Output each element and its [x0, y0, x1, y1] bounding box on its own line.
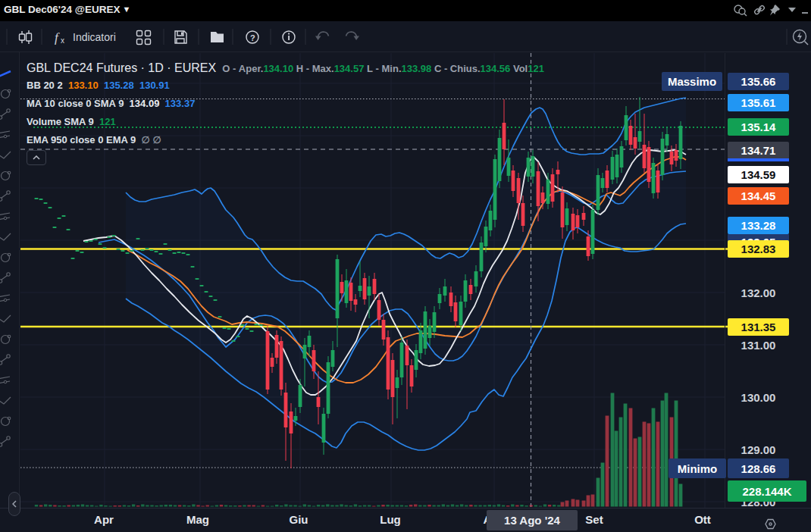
svg-text:?: ? [250, 33, 255, 42]
svg-text:x: x [61, 36, 64, 45]
svg-text:Indicatori: Indicatori [73, 31, 116, 43]
svg-text:f: f [55, 30, 60, 45]
